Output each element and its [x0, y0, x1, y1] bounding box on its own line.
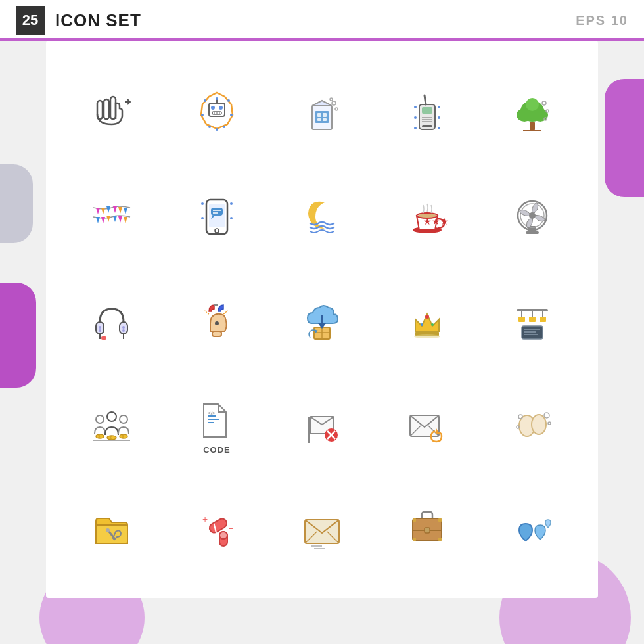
svg-marker-54 — [106, 206, 110, 213]
svg-rect-22 — [315, 111, 329, 123]
svg-rect-43 — [530, 122, 535, 131]
icon-cell-magnet-brain — [164, 267, 269, 371]
svg-point-120 — [120, 415, 127, 423]
mail-cancel-icon — [296, 397, 348, 449]
svg-rect-24 — [323, 113, 327, 117]
icon-cell-cloud-download — [269, 267, 375, 371]
svg-point-38 — [438, 106, 440, 108]
svg-marker-57 — [124, 208, 127, 214]
svg-point-15 — [201, 114, 204, 116]
svg-rect-113 — [540, 317, 546, 322]
svg-point-72 — [230, 202, 233, 205]
svg-rect-114 — [522, 326, 543, 339]
svg-point-143 — [518, 415, 522, 419]
svg-marker-53 — [101, 208, 105, 214]
mail-refresh-icon — [401, 397, 453, 449]
svg-point-90 — [99, 329, 101, 332]
svg-point-12 — [216, 97, 218, 100]
svg-point-103 — [425, 315, 429, 319]
icon-cell-mail-cancel — [269, 371, 375, 475]
crown-icon — [401, 293, 453, 346]
icon-cell-folder-tools — [59, 474, 164, 578]
svg-point-144 — [544, 413, 549, 418]
svg-point-41 — [414, 127, 417, 129]
svg-rect-26 — [323, 118, 327, 121]
svg-point-146 — [517, 426, 519, 428]
svg-marker-56 — [118, 207, 122, 214]
tea-cup-icon: ★★★ — [401, 189, 453, 242]
svg-line-31 — [425, 95, 426, 104]
icon-grid: ★★★ — [46, 41, 598, 598]
svg-rect-163 — [425, 528, 430, 533]
svg-rect-164 — [413, 518, 416, 522]
headphones-icon — [85, 293, 138, 346]
svg-point-16 — [230, 114, 233, 116]
bg-gray-left-top — [0, 164, 33, 243]
icon-cell-walkie-talkie — [375, 60, 480, 164]
svg-text:+: + — [229, 524, 233, 534]
svg-point-48 — [526, 98, 539, 111]
main-area: ★★★ — [46, 41, 598, 598]
svg-point-91 — [122, 326, 125, 329]
svg-point-13 — [204, 99, 206, 102]
eggs-icon — [506, 397, 559, 449]
icon-cell-tea-cup: ★★★ — [375, 164, 480, 268]
svg-point-14 — [227, 99, 230, 102]
svg-point-92 — [122, 329, 125, 332]
svg-rect-66 — [211, 208, 223, 216]
icon-cell-gesture — [59, 60, 164, 164]
icon-cell-phone-message — [164, 164, 269, 268]
svg-rect-94 — [214, 304, 218, 306]
svg-text:★★★: ★★★ — [423, 216, 449, 227]
svg-point-18 — [223, 126, 225, 128]
svg-point-119 — [107, 412, 116, 421]
icon-cell-mail-refresh — [375, 371, 480, 475]
magnet-brain-icon — [191, 293, 243, 346]
svg-marker-62 — [118, 216, 122, 223]
robot-badge-icon — [191, 86, 243, 139]
folder-tools-icon — [85, 500, 138, 553]
icon-cell-film-kit — [480, 267, 585, 371]
svg-point-19 — [216, 128, 218, 131]
svg-marker-61 — [113, 216, 117, 222]
svg-point-142 — [532, 415, 546, 434]
svg-rect-25 — [317, 118, 321, 121]
icon-cell-bunting — [59, 164, 164, 268]
svg-point-29 — [330, 98, 333, 101]
walkie-talkie-icon — [401, 86, 453, 139]
money-group-icon: $ $ $ — [85, 397, 138, 449]
icon-cell-medicine: + + — [164, 474, 269, 578]
icon-cell-milk — [269, 60, 375, 164]
svg-point-89 — [99, 326, 101, 329]
svg-point-28 — [335, 108, 338, 110]
svg-rect-153 — [219, 532, 227, 539]
svg-marker-63 — [124, 217, 127, 223]
icon-cell-briefcase — [375, 474, 480, 578]
svg-rect-167 — [438, 538, 442, 541]
milk-carton-icon — [296, 86, 348, 139]
svg-marker-59 — [101, 217, 105, 223]
icon-cell-eggs — [480, 371, 585, 475]
three-finger-gesture-icon — [85, 86, 138, 139]
svg-point-17 — [208, 126, 211, 128]
svg-rect-88 — [101, 336, 106, 340]
svg-point-37 — [414, 106, 417, 108]
header-title: ICON SET — [55, 11, 141, 31]
svg-point-106 — [414, 334, 440, 338]
header: 25 ICON SET EPS 10 — [0, 0, 644, 41]
svg-rect-111 — [518, 317, 525, 322]
svg-point-149 — [106, 528, 110, 532]
icon-cell-robot-badge — [164, 60, 269, 164]
bunting-flags-icon — [85, 189, 138, 242]
bg-purple-left-mid — [0, 283, 36, 388]
icon-cell-code-file: </> CODE — [164, 371, 269, 475]
moon-waves-icon — [296, 189, 348, 242]
svg-rect-36 — [422, 125, 432, 127]
svg-marker-58 — [96, 217, 100, 223]
svg-point-5 — [211, 106, 215, 110]
svg-point-40 — [438, 116, 440, 119]
bg-purple-right — [605, 79, 644, 197]
svg-point-50 — [546, 110, 549, 112]
icon-cell-moon-waves — [269, 164, 375, 268]
svg-rect-107 — [517, 309, 548, 311]
